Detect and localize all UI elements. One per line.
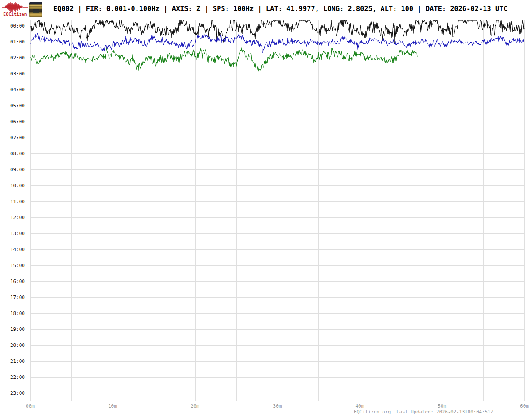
hour-label: 13:00 [10,231,25,236]
hour-label: 16:00 [10,279,25,284]
hour-label: 05:00 [10,103,25,109]
hour-label: 19:00 [10,327,25,332]
hour-label: 17:00 [10,295,25,300]
hour-label: 10:00 [10,183,25,189]
helicorder-chart: 00:0001:0002:0003:0004:0005:0006:0007:00… [0,0,532,417]
hour-label: 11:00 [10,199,25,205]
hour-label: 12:00 [10,215,25,220]
hour-label: 23:00 [10,390,25,396]
hour-label: 20:00 [10,342,25,348]
hour-label: 08:00 [10,151,25,157]
x-tick-label: 20m [191,403,200,409]
hour-label: 07:00 [10,135,25,141]
hour-label: 18:00 [10,311,25,316]
hour-label: 00:00 [10,23,25,29]
x-tick-label: 60m [520,403,529,409]
x-tick-label: 30m [273,403,282,409]
hour-label: 01:00 [10,39,25,45]
x-tick-label: 10m [108,403,117,409]
hour-label: 14:00 [10,247,25,252]
helicorder-svg: 00:0001:0002:0003:0004:0005:0006:0007:00… [0,0,532,417]
hour-label: 15:00 [10,263,25,268]
hour-label: 09:00 [10,167,25,173]
x-tick-label: 00m [26,403,35,409]
trace-0200 [30,48,417,71]
x-tick-label: 40m [355,403,364,409]
hour-label: 04:00 [10,87,25,93]
hour-label: 06:00 [10,119,25,125]
hour-label: 03:00 [10,71,25,77]
hour-label: 22:00 [10,374,25,380]
hour-label: 02:00 [10,55,25,61]
hour-label: 21:00 [10,358,25,364]
footer-status-text: EQCitizen.org. Last Updated: 2026-02-13T… [354,409,493,414]
x-tick-label: 50m [438,403,446,409]
